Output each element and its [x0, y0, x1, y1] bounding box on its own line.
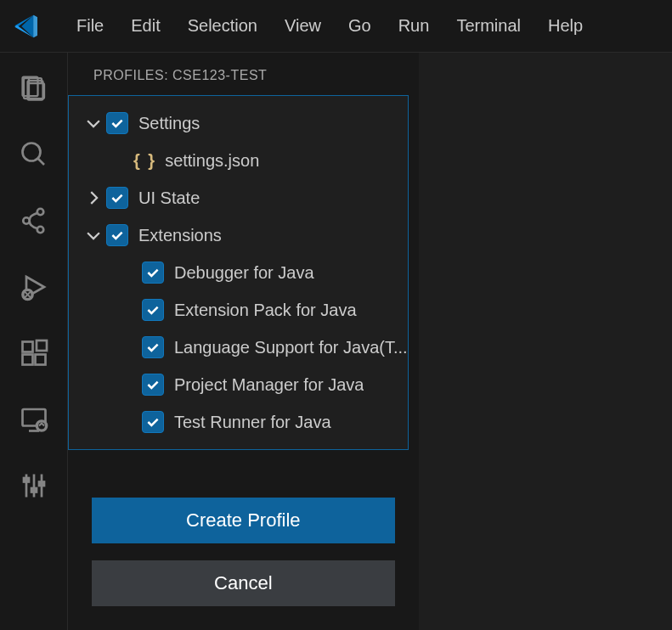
checkbox-extension[interactable]: [142, 374, 164, 396]
svg-rect-10: [22, 355, 32, 365]
tree-label: Project Manager for Java: [174, 375, 364, 395]
button-area: Create Profile Cancel: [68, 450, 419, 606]
svg-point-4: [37, 209, 43, 216]
tree-label: Debugger for Java: [174, 263, 314, 283]
vscode-logo-icon: [14, 13, 41, 40]
menu-file[interactable]: File: [63, 11, 117, 41]
menu-view[interactable]: View: [271, 11, 335, 41]
tree-label: Settings: [138, 114, 200, 133]
activity-remote[interactable]: [14, 399, 54, 440]
chevron-down-icon[interactable]: [84, 114, 103, 132]
profiles-panel: PROFILES: CSE123-TEST Settings { } setti…: [68, 53, 419, 630]
tree-label: Extensions: [138, 226, 222, 245]
tree-item-extension[interactable]: Language Support for Java(T...: [69, 329, 408, 366]
tree-item-settings[interactable]: Settings: [69, 104, 408, 142]
activity-bar: [0, 53, 68, 630]
panel-title: PROFILES: CSE123-TEST: [68, 53, 419, 95]
checkbox-extensions[interactable]: [106, 224, 128, 246]
json-icon: { }: [133, 151, 156, 171]
checkbox-extension[interactable]: [142, 299, 164, 321]
menu-selection[interactable]: Selection: [174, 11, 271, 41]
checkbox-extension[interactable]: [142, 262, 164, 284]
tree-label: settings.json: [165, 151, 259, 171]
cancel-button[interactable]: Cancel: [92, 560, 395, 606]
tree-item-extension[interactable]: Test Runner for Java: [69, 403, 408, 441]
tree-label: Language Support for Java(T...: [174, 338, 408, 357]
tree-item-extension[interactable]: Project Manager for Java: [69, 366, 408, 403]
svg-rect-9: [22, 342, 32, 352]
svg-point-6: [37, 227, 43, 233]
checkbox-extension[interactable]: [142, 411, 164, 433]
svg-rect-20: [24, 478, 29, 482]
menu-edit[interactable]: Edit: [117, 11, 173, 41]
title-bar: File Edit Selection View Go Run Terminal…: [0, 0, 672, 53]
tree-label: Extension Pack for Java: [174, 301, 357, 320]
activity-explorer[interactable]: [14, 68, 54, 109]
chevron-right-icon[interactable]: [84, 188, 103, 207]
svg-rect-21: [31, 488, 37, 492]
checkbox-ui-state[interactable]: [106, 187, 128, 209]
editor-area: [419, 53, 672, 630]
svg-rect-22: [39, 482, 44, 487]
tree-item-extensions[interactable]: Extensions: [69, 217, 408, 254]
menu-help[interactable]: Help: [534, 11, 596, 41]
menu-go[interactable]: Go: [335, 11, 385, 41]
tree-label: Test Runner for Java: [174, 413, 331, 432]
tree-item-ui-state[interactable]: UI State: [69, 179, 408, 217]
checkbox-extension[interactable]: [142, 336, 164, 358]
tree-item-extension[interactable]: Extension Pack for Java: [69, 291, 408, 329]
tree-item-settings-json[interactable]: { } settings.json: [69, 142, 408, 179]
activity-run-debug[interactable]: [14, 267, 54, 307]
svg-rect-12: [37, 340, 47, 351]
tree-item-extension[interactable]: Debugger for Java: [69, 254, 408, 291]
chevron-down-icon[interactable]: [84, 226, 103, 245]
menu-run[interactable]: Run: [385, 11, 443, 41]
activity-search[interactable]: [14, 134, 54, 175]
activity-source-control[interactable]: [14, 200, 54, 241]
menu-terminal[interactable]: Terminal: [443, 11, 534, 41]
tree-label: UI State: [138, 188, 200, 208]
svg-point-2: [22, 143, 40, 161]
activity-settings[interactable]: [14, 465, 54, 506]
activity-extensions[interactable]: [14, 333, 54, 374]
checkbox-settings[interactable]: [106, 112, 128, 134]
create-profile-button[interactable]: Create Profile: [92, 498, 395, 543]
svg-rect-11: [35, 355, 45, 365]
menu-bar: File Edit Selection View Go Run Terminal…: [63, 11, 596, 41]
svg-line-3: [37, 159, 44, 166]
profile-tree: Settings { } settings.json UI State: [68, 95, 409, 450]
